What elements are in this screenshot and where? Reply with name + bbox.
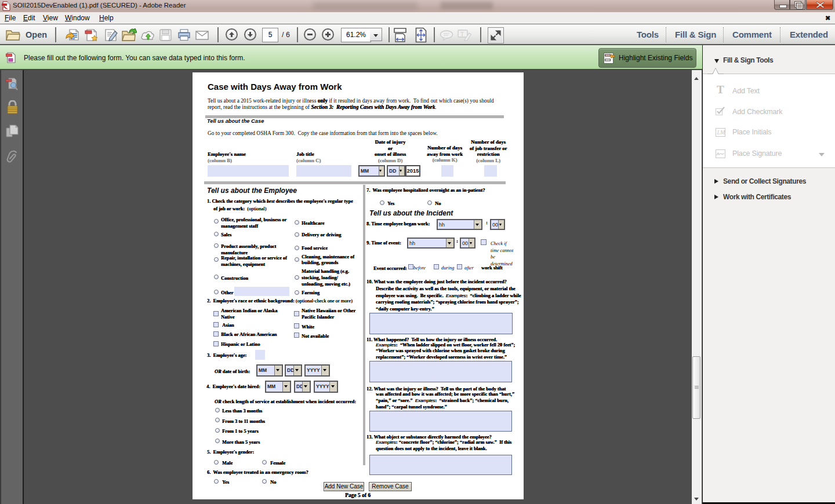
svg-text:T: T [460, 31, 464, 37]
svg-text:LM: LM [717, 129, 726, 136]
